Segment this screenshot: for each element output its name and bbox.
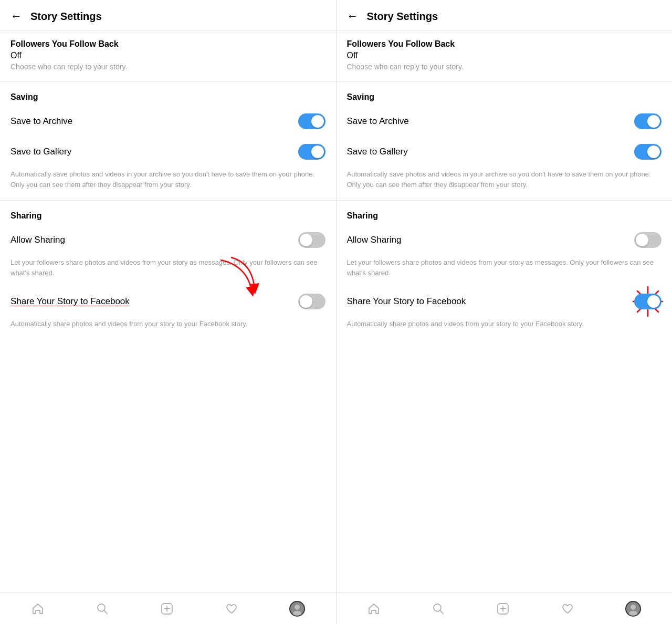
left-sharing-header: Sharing [0, 201, 336, 225]
right-save-archive-label: Save to Archive [347, 116, 409, 127]
left-off-label: Off [10, 51, 326, 60]
right-share-fb-container: Share Your Story to Facebook [337, 286, 673, 317]
svg-line-9 [104, 610, 107, 613]
right-back-button[interactable]: ← [347, 9, 359, 23]
right-heart-button[interactable] [561, 602, 574, 616]
left-bottom-nav [0, 593, 337, 624]
left-save-archive-toggle[interactable] [298, 113, 326, 129]
left-allow-sharing-desc: Let your followers share photos and vide… [0, 255, 336, 286]
left-header: ← Story Settings [0, 0, 336, 31]
left-save-archive-row: Save to Archive [0, 106, 336, 137]
left-search-button[interactable] [96, 602, 109, 616]
left-share-fb-knob [300, 295, 312, 308]
left-content: Followers You Follow Back Off Choose who… [0, 31, 336, 592]
left-share-fb-desc: Automatically share photos and videos fr… [0, 317, 336, 338]
left-followers-label: Followers You Follow Back [10, 39, 326, 49]
right-save-archive-knob [647, 115, 660, 128]
right-saving-header: Saving [337, 82, 673, 106]
right-save-gallery-knob [647, 145, 660, 158]
left-back-button[interactable]: ← [10, 9, 22, 23]
right-off-label: Off [347, 51, 662, 60]
right-followers-label: Followers You Follow Back [347, 39, 662, 49]
right-save-gallery-row: Save to Gallery [337, 137, 673, 167]
right-share-fb-desc: Automatically share photos and videos fr… [337, 317, 673, 338]
right-page-title: Story Settings [367, 11, 438, 23]
right-save-archive-row: Save to Archive [337, 106, 673, 137]
right-sharing-header: Sharing [337, 201, 673, 225]
svg-line-17 [440, 610, 444, 613]
left-add-button[interactable] [160, 602, 174, 616]
right-allow-sharing-knob [636, 234, 648, 246]
right-allow-sharing-row: Allow Sharing [337, 225, 673, 255]
right-allow-sharing-toggle[interactable] [634, 232, 662, 248]
left-home-button[interactable] [31, 602, 45, 616]
left-saving-label: Saving [10, 92, 38, 101]
right-share-fb-toggle-wrapper [634, 294, 662, 309]
right-home-button[interactable] [367, 602, 381, 616]
left-panel: ← Story Settings Followers You Follow Ba… [0, 0, 337, 592]
left-allow-sharing-row: Allow Sharing [0, 225, 336, 255]
svg-point-14 [295, 605, 300, 610]
left-heart-button[interactable] [225, 602, 238, 616]
left-share-fb-toggle[interactable] [298, 294, 326, 309]
right-sharing-label: Sharing [347, 211, 379, 220]
svg-point-22 [631, 605, 636, 610]
right-bottom-nav [337, 593, 673, 624]
right-share-fb-label: Share Your Story to Facebook [347, 296, 466, 307]
right-header: ← Story Settings [337, 0, 673, 31]
left-saving-header: Saving [0, 82, 336, 106]
right-allow-sharing-desc: Let your followers share photos and vide… [337, 255, 673, 286]
right-panel: ← Story Settings Followers You Follow Ba… [337, 0, 673, 592]
right-share-fb-knob [647, 295, 660, 308]
left-allow-sharing-knob [300, 234, 312, 246]
left-reply-section: Followers You Follow Back Off Choose who… [0, 31, 336, 81]
left-share-fb-label: Share Your Story to Facebook [10, 296, 130, 307]
left-save-gallery-knob [311, 145, 324, 158]
right-allow-sharing-label: Allow Sharing [347, 235, 402, 245]
left-save-gallery-row: Save to Gallery [0, 137, 336, 167]
left-share-fb-row: Share Your Story to Facebook [0, 286, 336, 317]
left-save-gallery-toggle[interactable] [298, 144, 326, 160]
left-sharing-label: Sharing [10, 211, 42, 220]
right-share-fb-row: Share Your Story to Facebook [337, 286, 673, 317]
left-allow-sharing-label: Allow Sharing [10, 235, 65, 245]
left-save-archive-label: Save to Archive [10, 116, 72, 127]
left-save-gallery-label: Save to Gallery [10, 147, 71, 157]
left-allow-sharing-toggle[interactable] [298, 232, 326, 248]
right-share-fb-toggle[interactable] [634, 294, 662, 309]
right-save-archive-toggle[interactable] [634, 113, 662, 129]
left-save-archive-knob [311, 115, 324, 128]
right-search-button[interactable] [432, 602, 445, 616]
right-content: Followers You Follow Back Off Choose who… [337, 31, 673, 592]
right-saving-desc: Automatically save photos and videos in … [337, 167, 673, 200]
right-reply-desc: Choose who can reply to your story. [347, 63, 662, 71]
left-profile-button[interactable] [289, 601, 305, 617]
right-saving-label: Saving [347, 92, 374, 101]
bottom-navigation [0, 592, 672, 624]
left-reply-desc: Choose who can reply to your story. [10, 63, 326, 71]
right-profile-button[interactable] [625, 601, 641, 617]
right-save-gallery-toggle[interactable] [634, 144, 662, 160]
left-share-fb-container: Share Your Story to Facebook [0, 286, 336, 317]
right-save-gallery-label: Save to Gallery [347, 147, 408, 157]
right-reply-section: Followers You Follow Back Off Choose who… [337, 31, 673, 81]
left-saving-desc: Automatically save photos and videos in … [0, 167, 336, 200]
left-page-title: Story Settings [30, 11, 102, 23]
right-add-button[interactable] [496, 602, 510, 616]
